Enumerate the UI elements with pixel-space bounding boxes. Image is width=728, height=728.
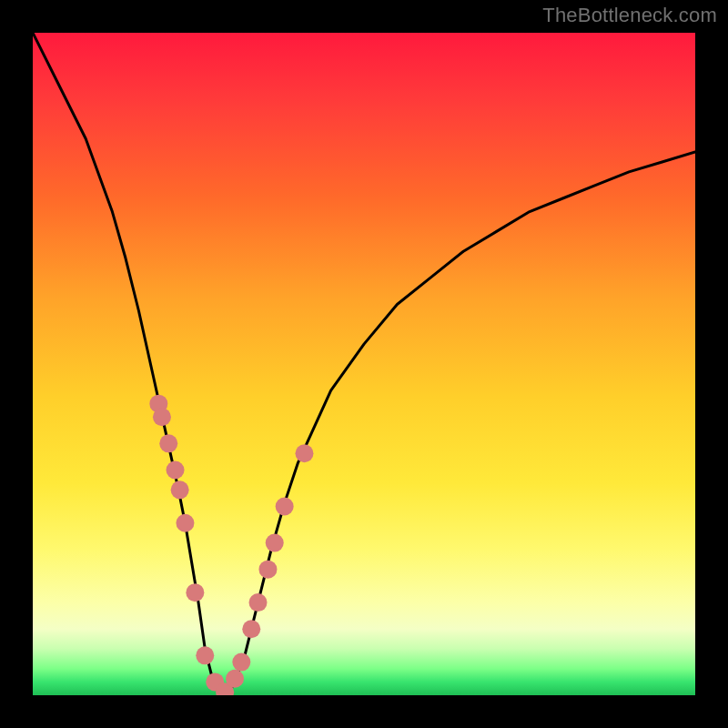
marker-layer <box>149 395 313 695</box>
data-point <box>167 460 185 479</box>
data-point <box>276 498 294 516</box>
data-point <box>242 620 260 638</box>
chart-frame: TheBottleneck.com <box>0 0 728 728</box>
data-point <box>232 653 250 672</box>
data-point <box>266 534 284 552</box>
data-point <box>186 583 204 602</box>
data-point <box>171 480 189 499</box>
data-point <box>226 670 244 688</box>
watermark-text: TheBottleneck.com <box>542 4 717 27</box>
bottleneck-curve <box>33 33 695 695</box>
data-point <box>249 593 268 612</box>
plot-area <box>33 33 695 695</box>
data-point <box>176 514 194 532</box>
data-point <box>159 434 177 452</box>
data-point <box>258 561 277 579</box>
data-point <box>196 646 214 664</box>
curve-layer <box>33 33 695 695</box>
data-point <box>295 444 313 462</box>
data-point <box>153 408 171 426</box>
chart-svg <box>33 33 695 695</box>
